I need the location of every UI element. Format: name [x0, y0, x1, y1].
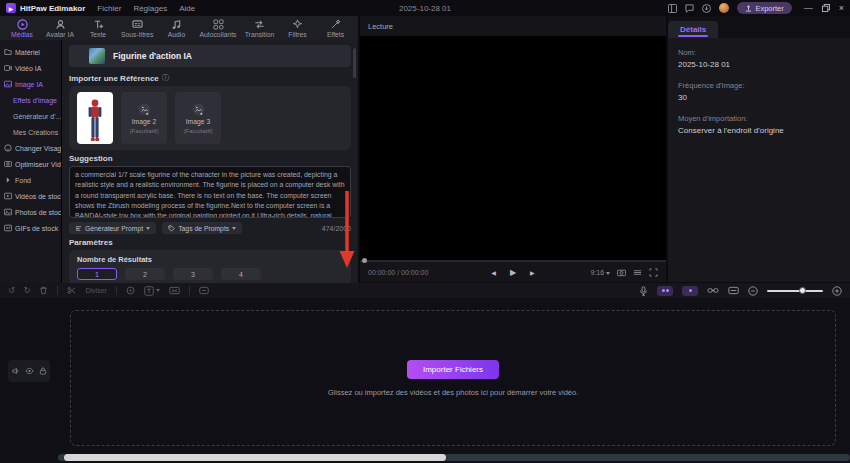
- sidebar-item-image-ia[interactable]: Image IA: [0, 76, 61, 92]
- magnet-toggle[interactable]: [682, 286, 698, 296]
- sidebar-item-fond[interactable]: Fond: [0, 172, 61, 188]
- char-counter: 474/2000: [322, 225, 351, 232]
- link-icon[interactable]: [707, 286, 719, 295]
- export-button[interactable]: Exporter: [737, 2, 791, 14]
- tab-medias[interactable]: Médias: [4, 16, 40, 40]
- tab-audio[interactable]: Audio: [158, 16, 194, 40]
- chevron-down-icon: [146, 227, 150, 230]
- crop-button[interactable]: [126, 286, 135, 295]
- subtitles-icon: [132, 19, 143, 30]
- redo-button[interactable]: ↻: [24, 286, 31, 295]
- remove-subtitle-button[interactable]: [169, 286, 180, 295]
- split-label: Diviser: [85, 287, 106, 294]
- medias-icon: [17, 19, 28, 30]
- previous-frame-button[interactable]: ◀: [491, 269, 496, 276]
- video-icon: [4, 64, 12, 72]
- timeline-toolbar: ↺ ↻ Diviser: [0, 283, 850, 298]
- filters-icon: [292, 19, 303, 30]
- scrollbar-thumb[interactable]: [64, 454, 446, 461]
- prompt-tags-button[interactable]: Tags de Prompts: [162, 222, 242, 234]
- media-dropzone[interactable]: Importer Fichiers Glissez ou importez de…: [70, 310, 836, 446]
- folder-icon: [4, 48, 12, 56]
- restore-button[interactable]: [822, 4, 830, 12]
- sidebar-item-changer-visages[interactable]: Changer Visages: [0, 140, 61, 156]
- tab-texte[interactable]: Texte: [80, 16, 116, 40]
- tab-effets[interactable]: Effets: [318, 16, 354, 40]
- tab-transition[interactable]: Transition: [242, 16, 278, 40]
- timeline-zoom-slider[interactable]: [767, 290, 823, 292]
- video-preview[interactable]: [360, 36, 666, 260]
- menu-settings[interactable]: Réglages: [133, 4, 167, 13]
- menu-file[interactable]: Fichier: [97, 4, 121, 13]
- export-icon: [745, 5, 752, 12]
- track-manager-icon[interactable]: [728, 286, 739, 295]
- sidebar-item-mes-creations[interactable]: Mes Créations: [0, 124, 61, 140]
- expand-arrow-icon: [4, 176, 12, 184]
- minimize-button[interactable]: —: [804, 3, 813, 13]
- text-tool-button[interactable]: [144, 286, 160, 296]
- tab-avatar-ia[interactable]: Avatar IA: [42, 16, 78, 40]
- voiceover-mic-icon[interactable]: [639, 286, 648, 296]
- user-avatar[interactable]: [719, 3, 729, 13]
- layout-icon[interactable]: [668, 4, 677, 13]
- lock-track-icon[interactable]: [39, 367, 47, 375]
- import-files-button[interactable]: Importer Fichiers: [407, 360, 499, 379]
- sidebar-item-gifs-stock[interactable]: GIFs de stock: [0, 220, 61, 236]
- close-button[interactable]: ×: [839, 3, 844, 13]
- app-logo-icon: ▶: [6, 3, 16, 13]
- prompt-generator-button[interactable]: Générateur Prompt: [69, 222, 156, 234]
- tab-sous-titres[interactable]: Sous-titres: [118, 16, 156, 40]
- snapshot-icon[interactable]: [617, 268, 626, 277]
- timeline-area: Importer Fichiers Glissez ou importez de…: [0, 298, 850, 452]
- results-option-4[interactable]: 4: [221, 268, 261, 280]
- tab-filtres[interactable]: Filtres: [280, 16, 316, 40]
- prompt-textarea[interactable]: a commercial 1/7 scale figurine of the c…: [69, 166, 351, 218]
- download-icon[interactable]: [702, 4, 711, 13]
- preview-settings-icon[interactable]: [633, 268, 642, 277]
- image-ia-panel: Figurine d'action IA Importer une Référe…: [62, 40, 358, 283]
- reference-image-3-slot[interactable]: Image 3 (Facultatif): [175, 92, 221, 144]
- delete-button[interactable]: [39, 286, 48, 295]
- character-figure-image: [84, 98, 106, 144]
- auto-ripple-toggle[interactable]: [657, 286, 673, 296]
- feature-title: Figurine d'action IA: [113, 51, 192, 61]
- sidebar-item-photos-stock[interactable]: Photos de stock: [0, 204, 61, 220]
- sidebar: Matériel Vidéo IA Image IA Effets d'imag…: [0, 40, 62, 283]
- results-option-3[interactable]: 3: [173, 268, 213, 280]
- zoom-in-icon[interactable]: [832, 286, 842, 296]
- sidebar-item-video-ia[interactable]: Vidéo IA: [0, 60, 61, 76]
- enhance-video-icon: [4, 160, 12, 168]
- zoom-slider-handle[interactable]: [799, 287, 806, 294]
- reference-image-2-slot[interactable]: Image 2 (Facultatif): [121, 92, 167, 144]
- speed-button[interactable]: [199, 286, 209, 295]
- menu-bar: Fichier Réglages Aide: [97, 4, 195, 13]
- sidebar-item-effets-image[interactable]: Effets d'image: [0, 92, 61, 108]
- results-option-2[interactable]: 2: [125, 268, 165, 280]
- next-frame-button[interactable]: ▶: [530, 269, 535, 276]
- sidebar-item-materiel[interactable]: Matériel: [0, 44, 61, 60]
- split-button[interactable]: [67, 286, 76, 295]
- tab-details[interactable]: Détails: [668, 21, 718, 38]
- mute-track-icon[interactable]: [12, 367, 20, 375]
- feature-header[interactable]: Figurine d'action IA: [69, 45, 351, 67]
- aspect-ratio-selector[interactable]: 9:16: [590, 269, 610, 276]
- hide-track-icon[interactable]: [25, 367, 34, 375]
- undo-button[interactable]: ↺: [8, 286, 15, 295]
- tab-autocollants[interactable]: Autocollants: [196, 16, 239, 40]
- face-swap-icon: [4, 144, 12, 152]
- sidebar-item-videos-stock[interactable]: Vidéos de stock: [0, 188, 61, 204]
- info-icon[interactable]: ⓘ: [162, 73, 170, 83]
- feedback-icon[interactable]: [685, 4, 694, 13]
- fullscreen-icon[interactable]: [649, 268, 658, 277]
- results-option-1[interactable]: 1: [77, 268, 117, 280]
- track-controls: [8, 360, 50, 382]
- zoom-out-icon[interactable]: [748, 286, 758, 296]
- toolbar-divider: [57, 286, 58, 295]
- sidebar-item-optimiseur[interactable]: Optimiseur Vidéo: [0, 156, 61, 172]
- panel-scrollbar[interactable]: [353, 48, 356, 78]
- sidebar-item-generateur[interactable]: Générateur d'...: [0, 108, 61, 124]
- image-icon: [4, 80, 12, 88]
- play-button[interactable]: ▶: [510, 268, 516, 277]
- reference-image-1[interactable]: [77, 92, 113, 144]
- menu-help[interactable]: Aide: [179, 4, 195, 13]
